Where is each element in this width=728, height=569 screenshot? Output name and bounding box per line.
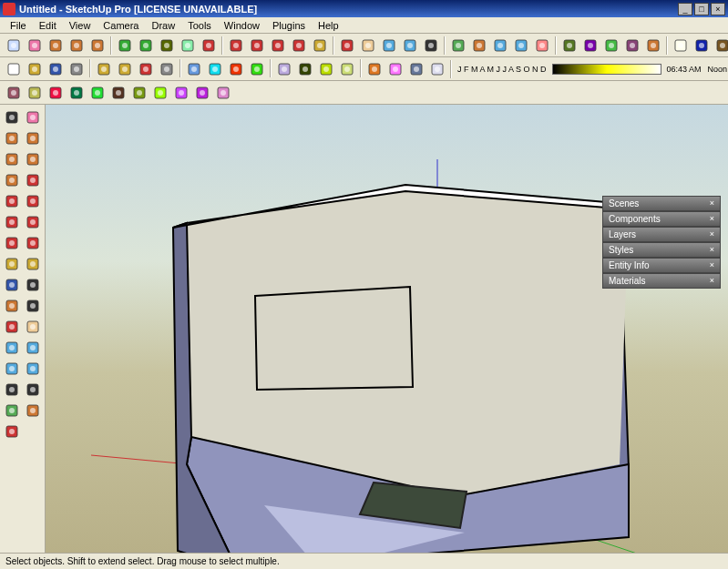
sandbox10-button[interactable] [192,83,212,103]
offset-tool[interactable] [23,232,44,253]
follow-tool[interactable] [2,421,23,442]
left-button[interactable] [601,36,621,56]
maximize-button[interactable]: □ [694,3,709,15]
eraser-tool[interactable] [23,107,44,127]
prev-tool[interactable] [23,358,44,379]
fog-button[interactable] [364,59,385,79]
save-button[interactable] [46,59,66,79]
rect-tool[interactable] [23,127,44,148]
paste-button[interactable] [115,59,135,79]
menu-edit[interactable]: Edit [33,18,63,33]
menu-window[interactable]: Window [218,18,266,33]
styles-button[interactable] [295,59,315,79]
orbit-button[interactable] [337,36,357,56]
new-button[interactable] [4,59,24,79]
sandbox9-button[interactable] [171,83,191,103]
undo2-button[interactable] [157,36,177,56]
sandbox1-button[interactable] [4,83,24,103]
panel-entity-info[interactable]: Entity Info× [602,258,721,273]
walk-tool[interactable] [23,379,44,400]
tape-button[interactable] [310,36,330,56]
zoom-ext-button[interactable] [400,36,420,56]
scene-button[interactable] [385,59,405,79]
xray-button[interactable] [671,36,691,56]
axes-tool[interactable] [2,295,23,316]
menu-view[interactable]: View [63,18,97,33]
arc-tool[interactable] [2,169,23,190]
eraser-button[interactable] [25,36,45,56]
move-button[interactable] [226,36,246,56]
rotate-button[interactable] [247,36,267,56]
look-tool[interactable] [2,400,23,421]
rect-button[interactable] [67,36,87,56]
circle-button[interactable] [87,36,108,56]
offset-button[interactable] [289,36,309,56]
sandbox11-button[interactable] [213,83,233,103]
panel-scenes[interactable]: Scenes× [602,196,721,211]
menu-plugins[interactable]: Plugins [266,18,312,33]
sandbox2-button[interactable] [25,83,45,103]
menu-file[interactable]: File [4,18,33,33]
menu-draw[interactable]: Draw [145,18,181,33]
top-button[interactable] [511,36,531,56]
menu-camera[interactable]: Camera [97,18,145,33]
protractor-tool[interactable] [23,253,44,274]
tape-tool[interactable] [2,253,23,274]
zoom-ext-tool[interactable] [2,358,23,379]
pos-tool[interactable] [2,379,23,400]
cut-button[interactable] [67,59,87,79]
menu-help[interactable]: Help [312,18,345,33]
minimize-button[interactable]: _ [678,3,692,15]
scale-tool[interactable] [2,232,23,253]
close-button[interactable]: × [711,3,725,15]
front-button[interactable] [532,36,552,56]
text-tool[interactable] [23,274,44,295]
redo-button[interactable] [136,36,156,56]
scale-button[interactable] [268,36,288,56]
sandbox3-button[interactable] [46,83,66,103]
warehouse-button[interactable] [205,59,225,79]
look-button[interactable] [448,36,468,56]
orbit-tool[interactable] [2,316,23,337]
sandbox4-button[interactable] [67,83,87,103]
zoom-tool[interactable] [2,337,23,358]
wire-button[interactable] [692,36,712,56]
shadow-time-slider[interactable] [552,64,661,75]
sandbox5-button[interactable] [87,83,108,103]
push-tool[interactable] [23,190,44,211]
move-tool[interactable] [2,211,23,232]
panel-components[interactable]: Components× [602,211,721,227]
shadows-button[interactable] [337,59,357,79]
paint-button[interactable] [46,36,66,56]
del-button[interactable] [136,59,156,79]
menu-tools[interactable]: Tools [181,18,218,33]
shaded-button[interactable] [713,36,728,56]
3dtext-tool[interactable] [23,295,44,316]
section-button[interactable] [469,36,489,56]
line-tool[interactable] [23,169,44,190]
undo-button[interactable] [115,36,135,56]
paint-tool[interactable] [2,127,23,148]
section-tool[interactable] [23,400,44,421]
dim-tool[interactable] [2,274,23,295]
outliner-button[interactable] [316,59,336,79]
poly-button[interactable] [643,36,663,56]
pers-button[interactable] [622,36,642,56]
open-button[interactable] [25,59,45,79]
panel-styles[interactable]: Styles× [602,242,721,258]
right-button[interactable] [559,36,579,56]
anim-button[interactable] [406,59,426,79]
print-button[interactable] [157,59,177,79]
free-tool[interactable] [2,190,23,211]
pan-button[interactable] [358,36,378,56]
back-button[interactable] [580,36,600,56]
model-button[interactable] [184,59,204,79]
redo2-button[interactable] [178,36,198,56]
sandbox6-button[interactable] [108,83,128,103]
select-arrow-button[interactable] [4,36,24,56]
push-button[interactable] [199,36,219,56]
pan-tool[interactable] [23,316,44,337]
sandbox8-button[interactable] [150,83,170,103]
panel-layers[interactable]: Layers× [602,227,721,242]
comp-button[interactable] [226,59,246,79]
